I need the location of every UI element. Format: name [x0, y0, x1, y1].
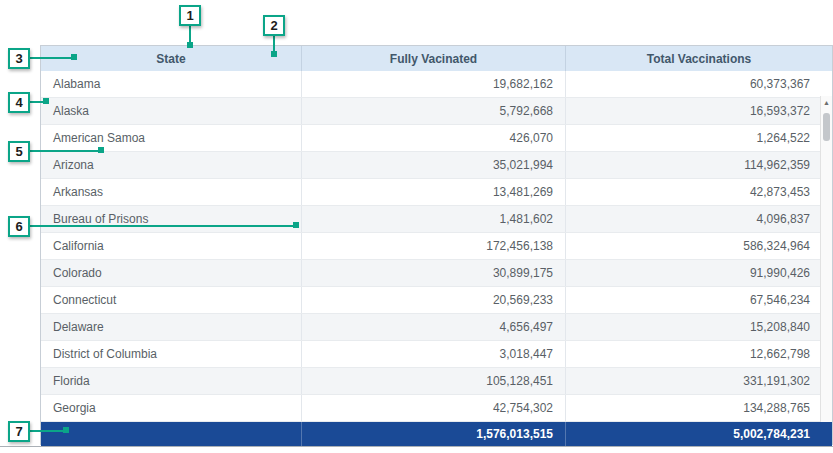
fully-vaccinated-cell: 105,128,451	[302, 368, 566, 394]
state-cell: Arizona	[41, 152, 302, 178]
state-cell: Georgia	[41, 395, 302, 421]
state-cell: Florida	[41, 368, 302, 394]
state-cell: Colorado	[41, 260, 302, 286]
fully-vaccinated-cell: 172,456,138	[302, 233, 566, 259]
total-vaccinations-cell: 16,593,372	[566, 98, 832, 124]
callout-dot-5	[98, 147, 104, 153]
total-vaccinations-cell: 67,546,234	[566, 287, 832, 313]
column-header-state[interactable]: State	[41, 46, 302, 71]
fully-vaccinated-cell: 426,070	[302, 125, 566, 151]
vaccinations-table: State Fully Vacinated Total Vaccinations…	[40, 45, 833, 445]
fully-vaccinated-cell: 13,481,269	[302, 179, 566, 205]
scrollbar-thumb[interactable]	[823, 113, 830, 141]
fully-vaccinated-cell: 30,899,175	[302, 260, 566, 286]
table-body: Alabama 19,682,162 60,373,367 Alaska 5,7…	[41, 71, 832, 422]
fully-vaccinated-cell: 35,021,994	[302, 152, 566, 178]
fully-vaccinated-cell: 3,018,447	[302, 341, 566, 367]
callout-line-6	[30, 225, 296, 227]
fully-vaccinated-cell: 42,754,302	[302, 395, 566, 421]
callout-dot-4	[43, 98, 49, 104]
vertical-scrollbar[interactable]: ▲ ▼	[820, 96, 832, 422]
table-row[interactable]: American Samoa 426,070 1,264,522	[41, 125, 832, 152]
table-row[interactable]: Georgia 42,754,302 134,288,765	[41, 395, 832, 422]
table-row[interactable]: Bureau of Prisons 1,481,602 4,096,837	[41, 206, 832, 233]
table-row[interactable]: Alabama 19,682,162 60,373,367	[41, 71, 832, 98]
callout-line-7	[30, 430, 66, 432]
totals-fully-vaccinated-cell: 1,576,013,515	[302, 422, 566, 446]
callout-dot-7	[63, 427, 69, 433]
table-row[interactable]: District of Columbia 3,018,447 12,662,79…	[41, 341, 832, 368]
fully-vaccinated-cell: 1,481,602	[302, 206, 566, 232]
callout-badge-4: 4	[8, 92, 30, 113]
total-vaccinations-cell: 114,962,359	[566, 152, 832, 178]
state-cell: California	[41, 233, 302, 259]
total-vaccinations-cell: 1,264,522	[566, 125, 832, 151]
table-row[interactable]: Arkansas 13,481,269 42,873,453	[41, 179, 832, 206]
column-header-total-vaccinations[interactable]: Total Vaccinations	[566, 46, 832, 71]
callout-line-3	[30, 57, 74, 59]
table-row[interactable]: Delaware 4,656,497 15,208,840	[41, 314, 832, 341]
table-row[interactable]: Connecticut 20,569,233 67,546,234	[41, 287, 832, 314]
state-cell: Arkansas	[41, 179, 302, 205]
callout-badge-6: 6	[8, 216, 30, 237]
fully-vaccinated-cell: 20,569,233	[302, 287, 566, 313]
totals-state-cell	[41, 422, 302, 446]
callout-badge-5: 5	[8, 141, 30, 162]
callout-dot-1	[187, 42, 193, 48]
total-vaccinations-cell: 331,191,302	[566, 368, 832, 394]
callout-badge-2: 2	[263, 15, 285, 36]
state-cell: American Samoa	[41, 125, 302, 151]
fully-vaccinated-cell: 19,682,162	[302, 71, 566, 97]
total-vaccinations-cell: 4,096,837	[566, 206, 832, 232]
totals-total-vaccinations-cell: 5,002,784,231	[566, 422, 832, 446]
total-vaccinations-cell: 91,990,426	[566, 260, 832, 286]
total-vaccinations-cell: 134,288,765	[566, 395, 832, 421]
state-cell: District of Columbia	[41, 341, 302, 367]
total-vaccinations-cell: 12,662,798	[566, 341, 832, 367]
table-header-row: State Fully Vacinated Total Vaccinations	[41, 46, 832, 71]
bottom-border-line	[0, 446, 833, 447]
scroll-up-icon[interactable]: ▲	[821, 96, 832, 109]
table-row[interactable]: Colorado 30,899,175 91,990,426	[41, 260, 832, 287]
totals-row: 1,576,013,515 5,002,784,231	[41, 422, 832, 446]
total-vaccinations-cell: 586,324,964	[566, 233, 832, 259]
table-row[interactable]: California 172,456,138 586,324,964	[41, 233, 832, 260]
state-cell: Alabama	[41, 71, 302, 97]
callout-dot-6	[293, 222, 299, 228]
total-vaccinations-cell: 15,208,840	[566, 314, 832, 340]
state-cell: Connecticut	[41, 287, 302, 313]
column-header-fully-vaccinated[interactable]: Fully Vacinated	[302, 46, 566, 71]
fully-vaccinated-cell: 5,792,668	[302, 98, 566, 124]
total-vaccinations-cell: 42,873,453	[566, 179, 832, 205]
callout-badge-1: 1	[179, 5, 201, 26]
total-vaccinations-cell: 60,373,367	[566, 71, 832, 97]
callout-badge-3: 3	[8, 48, 30, 69]
table-row[interactable]: Alaska 5,792,668 16,593,372	[41, 98, 832, 125]
state-cell: Delaware	[41, 314, 302, 340]
callout-dot-3	[71, 54, 77, 60]
table-row[interactable]: Florida 105,128,451 331,191,302	[41, 368, 832, 395]
callout-line-5	[30, 150, 101, 152]
state-cell: Alaska	[41, 98, 302, 124]
table-row[interactable]: Arizona 35,021,994 114,962,359	[41, 152, 832, 179]
state-cell: Bureau of Prisons	[41, 206, 302, 232]
callout-dot-2	[271, 51, 277, 57]
fully-vaccinated-cell: 4,656,497	[302, 314, 566, 340]
callout-badge-7: 7	[8, 421, 30, 442]
